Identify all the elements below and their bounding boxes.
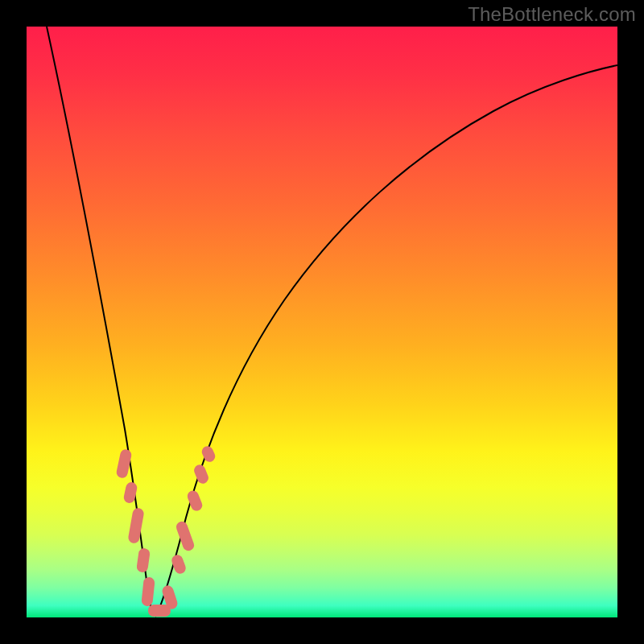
plot-area [27,27,617,617]
curve-marker [136,547,151,573]
chart-frame: TheBottleneck.com [0,0,644,644]
curve-marker [200,444,217,464]
curve-marker [192,463,210,485]
curve-marker [127,507,144,544]
watermark-text: TheBottleneck.com [468,3,636,26]
curve-right-branch [155,65,617,617]
chart-overlay [27,27,617,617]
curve-marker [141,576,155,606]
